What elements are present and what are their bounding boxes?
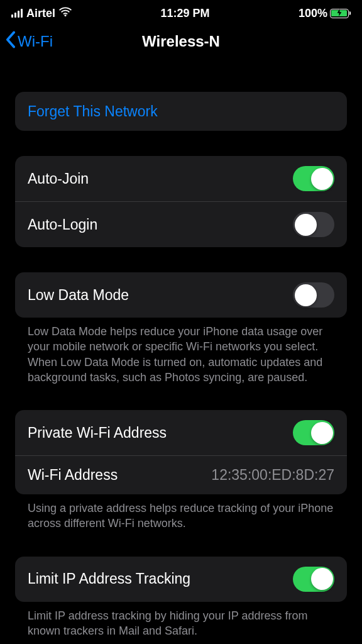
limit-tracking-label: Limit IP Address Tracking — [28, 570, 190, 587]
forget-network-label: Forget This Network — [28, 103, 158, 120]
battery-percent: 100% — [299, 7, 327, 20]
low-data-mode-toggle[interactable] — [293, 282, 334, 308]
low-data-footer: Low Data Mode helps reduce your iPhone d… — [15, 318, 347, 385]
private-wifi-toggle[interactable] — [293, 420, 334, 445]
forget-network-button[interactable]: Forget This Network — [15, 92, 347, 131]
wifi-address-value: 12:35:00:ED:8D:27 — [211, 467, 334, 484]
low-data-mode-row: Low Data Mode — [15, 272, 347, 318]
status-bar: Airtel 11:29 PM 100% — [0, 0, 362, 23]
auto-login-label: Auto-Login — [28, 216, 97, 233]
wifi-address-row: Wi-Fi Address 12:35:00:ED:8D:27 — [15, 455, 347, 494]
nav-header: Wi-Fi Wireless-N — [0, 23, 362, 60]
back-button[interactable]: Wi-Fi — [5, 31, 53, 52]
low-data-mode-label: Low Data Mode — [28, 287, 129, 304]
status-time: 11:29 PM — [160, 7, 209, 20]
private-wifi-row: Private Wi-Fi Address — [15, 410, 347, 455]
section-forget: Forget This Network — [15, 92, 347, 131]
auto-join-row: Auto-Join — [15, 156, 347, 201]
status-left: Airtel — [11, 7, 72, 20]
page-title: Wireless-N — [142, 33, 220, 50]
limit-tracking-row: Limit IP Address Tracking — [15, 557, 347, 602]
section-limit-tracking: Limit IP Address Tracking Limit IP addre… — [15, 557, 347, 639]
auto-login-toggle[interactable] — [293, 212, 334, 237]
back-label: Wi-Fi — [18, 33, 53, 50]
status-right: 100% — [299, 7, 351, 20]
chevron-left-icon — [5, 31, 16, 52]
auto-join-label: Auto-Join — [28, 170, 89, 187]
limit-tracking-footer: Limit IP address tracking by hiding your… — [15, 602, 347, 639]
section-private-address: Private Wi-Fi Address Wi-Fi Address 12:3… — [15, 410, 347, 531]
wifi-icon — [59, 7, 72, 20]
cellular-signal-icon — [11, 9, 23, 18]
section-auto: Auto-Join Auto-Login — [15, 156, 347, 247]
private-address-footer: Using a private address helps reduce tra… — [15, 494, 347, 531]
battery-icon — [330, 9, 351, 18]
limit-tracking-toggle[interactable] — [293, 567, 334, 592]
content: Forget This Network Auto-Join Auto-Login… — [0, 92, 362, 638]
section-low-data: Low Data Mode Low Data Mode helps reduce… — [15, 272, 347, 385]
private-wifi-label: Private Wi-Fi Address — [28, 425, 167, 441]
charging-bolt-icon — [336, 9, 342, 18]
auto-join-toggle[interactable] — [293, 166, 334, 191]
auto-login-row: Auto-Login — [15, 201, 347, 247]
carrier-label: Airtel — [26, 7, 55, 20]
wifi-address-label: Wi-Fi Address — [28, 467, 118, 484]
